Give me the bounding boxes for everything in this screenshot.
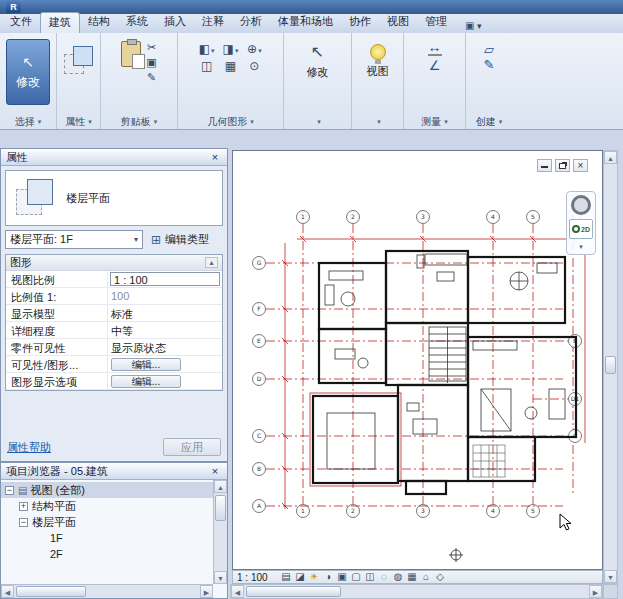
properties-help-link[interactable]: 属性帮助 <box>7 440 51 455</box>
view-instance-dropdown[interactable]: 楼层平面: 1F ▾ <box>5 230 143 249</box>
visual-style-icon[interactable]: ◪ <box>293 571 307 583</box>
canvas-vertical-scrollbar[interactable]: ▲ ▼ <box>603 150 618 584</box>
survey-point-icon[interactable] <box>449 548 463 562</box>
highlight-displacement-icon[interactable]: ◇ <box>433 571 447 583</box>
type-selector[interactable]: 楼层平面 <box>5 170 223 226</box>
scrollbar-thumb[interactable] <box>605 356 616 374</box>
property-value[interactable]: 中等 <box>108 322 222 338</box>
walls[interactable] <box>313 251 576 494</box>
menu-tab-系统[interactable]: 系统 <box>118 12 156 33</box>
collapse-icon[interactable]: ▴ <box>205 257 218 268</box>
scrollbar-thumb[interactable] <box>16 586 86 597</box>
section-graphics[interactable]: 图形 ▴ <box>6 255 222 271</box>
wall-joins-icon[interactable]: ◫ <box>199 59 215 73</box>
cope-icon[interactable]: ◧▾ <box>199 42 215 56</box>
edit-button[interactable]: 编辑... <box>111 375 181 388</box>
browser-vertical-scrollbar[interactable]: ▲ ▼ <box>213 480 227 584</box>
apply-button[interactable]: 应用 <box>163 438 221 456</box>
tree-item[interactable]: −▤视图 (全部) <box>1 482 213 498</box>
tree-expander-icon[interactable]: − <box>5 486 14 495</box>
create-group-icon[interactable]: ▱ <box>484 42 494 57</box>
create-panel-label[interactable]: 创建▾ <box>466 115 512 129</box>
floor-plan-view[interactable]: 11223344556GFEEDD1CCBA <box>233 151 603 570</box>
zoom-2d-button[interactable]: 2D <box>569 219 593 239</box>
paste-icon[interactable] <box>121 41 141 67</box>
tree-item[interactable]: 2F <box>1 546 213 562</box>
view-panel-label[interactable]: ▾ <box>352 115 403 129</box>
view-tool-label[interactable]: 视图 <box>367 64 389 79</box>
browser-header[interactable]: 项目浏览器 - 05.建筑 × <box>1 463 227 480</box>
measure-panel-label[interactable]: 测量▾ <box>404 115 465 129</box>
cut-geometry-icon[interactable]: ◨▾ <box>223 42 239 56</box>
browser-horizontal-scrollbar[interactable]: ◀ ▶ <box>1 584 213 598</box>
copy-icon[interactable]: ▣ <box>146 56 156 69</box>
tree-item[interactable]: 1F <box>1 530 213 546</box>
stairs[interactable] <box>429 327 466 383</box>
edit-type-button[interactable]: ⊞ 编辑类型 <box>147 230 213 249</box>
show-crop-region-icon[interactable]: ◫ <box>363 571 377 583</box>
close-icon[interactable]: × <box>208 151 222 163</box>
cut-icon[interactable]: ✂ <box>146 41 156 54</box>
tree-expander-icon[interactable]: + <box>19 502 28 511</box>
scroll-down-icon[interactable]: ▼ <box>604 570 617 583</box>
temporary-view-properties-icon[interactable]: ▦ <box>405 571 419 583</box>
scroll-left-icon[interactable]: ◀ <box>231 585 244 598</box>
menu-tab-视图[interactable]: 视图 <box>379 12 417 33</box>
measure-angle-icon[interactable]: ∠ <box>429 58 441 73</box>
edit-button[interactable]: 编辑... <box>111 358 181 371</box>
detail-level-icon[interactable]: ▤ <box>279 571 293 583</box>
menu-tab-插入[interactable]: 插入 <box>156 12 194 33</box>
modify-button[interactable]: ↖ 修改 <box>6 39 50 105</box>
scrollbar-thumb[interactable] <box>215 495 226 521</box>
scroll-down-icon[interactable]: ▼ <box>214 571 227 584</box>
tree-item[interactable]: −楼层平面 <box>1 514 213 530</box>
drawing-area[interactable]: 11223344556GFEEDD1CCBA <box>232 150 603 570</box>
join-icon[interactable]: ⊕▾ <box>246 42 262 56</box>
properties-header[interactable]: 属性 × <box>1 149 227 166</box>
ribbon-minimize-toggle[interactable]: ▣ ▾ <box>461 18 485 33</box>
match-properties-icon[interactable]: ✎ <box>146 71 156 84</box>
property-value[interactable]: 显示原状态 <box>108 339 222 355</box>
lightbulb-icon[interactable] <box>370 44 386 60</box>
property-value[interactable]: 编辑... <box>108 356 222 372</box>
modify-tool-label[interactable]: 修改 <box>307 65 329 80</box>
scale-control[interactable]: 1 : 100 <box>237 572 277 583</box>
property-value[interactable]: 1 : 100 <box>110 272 220 286</box>
menu-tab-体量和场地[interactable]: 体量和场地 <box>270 12 341 33</box>
modify-tool-icon[interactable]: ↖ <box>311 42 324 61</box>
properties-palette-icon[interactable] <box>64 46 94 76</box>
canvas-horizontal-scrollbar[interactable]: ◀ ▶ <box>230 584 603 599</box>
close-icon[interactable]: × <box>208 465 222 477</box>
demolish-icon[interactable]: ⊙ <box>246 59 262 73</box>
properties-panel-label[interactable]: 属性▾ <box>57 115 100 129</box>
restore-view-button[interactable] <box>555 159 570 172</box>
scrollbar-thumb[interactable] <box>246 586 341 597</box>
menu-tab-注释[interactable]: 注释 <box>194 12 232 33</box>
navbar-options-icon[interactable]: ▾ <box>579 243 583 251</box>
property-value[interactable]: 编辑... <box>108 373 222 389</box>
scroll-left-icon[interactable]: ◀ <box>1 585 14 598</box>
temporary-hide-isolate-icon[interactable]: ◌ <box>377 571 391 583</box>
tree-expander-icon[interactable]: − <box>19 518 28 527</box>
show-rendering-dialog-icon[interactable]: ▣ <box>335 571 349 583</box>
menu-tab-建筑[interactable]: 建筑 <box>40 12 80 33</box>
scroll-right-icon[interactable]: ▶ <box>589 585 602 598</box>
scroll-right-icon[interactable]: ▶ <box>200 585 213 598</box>
measure-distance-icon[interactable]: ↔ <box>428 40 442 56</box>
tree-item[interactable]: +结构平面 <box>1 498 213 514</box>
menu-tab-分析[interactable]: 分析 <box>232 12 270 33</box>
close-view-button[interactable]: × <box>573 159 588 172</box>
menu-tab-协作[interactable]: 协作 <box>341 12 379 33</box>
select-panel-label[interactable]: 选择▾ <box>0 115 56 129</box>
beam-joins-icon[interactable]: ▦ <box>223 59 239 73</box>
sun-path-icon[interactable]: ☀ <box>307 571 321 583</box>
scroll-up-icon[interactable]: ▲ <box>214 480 227 493</box>
minimize-view-button[interactable] <box>537 159 552 172</box>
navigation-bar[interactable]: 2D ▾ <box>566 191 596 255</box>
modify-panel-label[interactable]: ▾ <box>284 115 351 129</box>
crop-view-icon[interactable]: ▢ <box>349 571 363 583</box>
menu-tab-结构[interactable]: 结构 <box>80 12 118 33</box>
clipboard-panel-label[interactable]: 剪贴板▾ <box>101 115 177 129</box>
create-similar-icon[interactable]: ✎ <box>484 57 495 72</box>
menu-tab-文件[interactable]: 文件 <box>2 12 40 33</box>
